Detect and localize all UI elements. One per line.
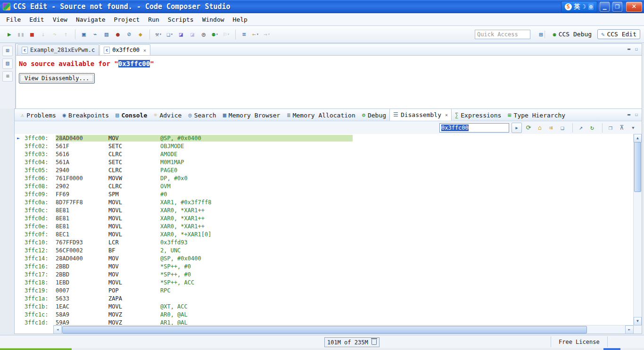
vertical-scrollbar[interactable] [633,134,642,325]
disassembly-row[interactable]: 3ffc10: 767FFD93 LCR 0x3ffd93 [15,238,634,246]
disassembly-row[interactable]: 3ffc09: FF69 SPM #0 [15,190,634,198]
menu-item[interactable]: Help [229,14,252,25]
disassembly-row[interactable]: 3ffc03: 5616 CLRC AMODE [15,150,634,158]
disassembly-row[interactable]: 3ffc08: 2902 CLRC OVM [15,182,634,190]
menu-item[interactable]: Edit [25,14,48,25]
maximize-view-icon[interactable] [635,46,638,51]
panel-tab[interactable]: ☼ Advice [150,109,185,121]
editor-tab[interactable]: c Example_281xEvPwm.c [17,44,99,55]
garbage-collect-icon[interactable] [372,340,377,345]
fast-view-icon[interactable]: ≡ [2,71,13,82]
ime-toolbox-icon[interactable]: ⚙ [588,3,594,10]
disassembly-row[interactable]: 3ffc0d: 8E81 MOVL XAR0, *XAR1++ [15,214,634,222]
disassembly-tool-button[interactable]: ❐ [602,123,615,133]
sogou-logo-icon[interactable]: S [565,3,572,10]
maximize-button[interactable] [612,2,622,12]
disassembly-tool-button[interactable]: ⌂ [535,123,545,133]
disassembly-row[interactable]: 3ffc1c: 58A9 MOVZ AR0, @AL [15,310,634,318]
minimize-view-icon[interactable] [627,112,630,117]
scroll-right-icon[interactable] [625,325,634,334]
editor-tab[interactable]: c 0x3ffc00 [99,44,150,55]
fast-view-icon[interactable]: ▤ [2,58,13,69]
toolbar-button[interactable]: ⚐ [221,29,231,40]
disassembly-row[interactable]: 3ffc18: 1EBD MOVL *SP++, ACC [15,278,634,286]
toolbar-button[interactable]: ↑ [61,29,71,40]
toolbar-button[interactable]: ⚉ [210,29,220,40]
scroll-left-icon[interactable] [53,325,62,334]
disassembly-row[interactable]: 3ffc16: 2BBD MOV *SP++, #0 [15,262,634,270]
menu-item[interactable]: Project [110,14,144,25]
perspective-button[interactable]: ⚉ CCS Debug [549,29,595,39]
disassembly-row[interactable]: 3ffc0e: 8E81 MOVL XAR0, *XAR1++ [15,222,634,230]
disassembly-row[interactable]: 3ffc12: 56CF0002 BF 2, UNC [15,246,634,254]
minimize-button[interactable] [600,2,610,12]
close-button[interactable] [626,2,642,12]
panel-tab[interactable]: ◉ Breakpoints [59,109,112,121]
disassembly-tool-button[interactable]: ⟳ [524,123,533,133]
toolbar-button[interactable]: ⊘ [124,29,134,40]
disassembly-tool-button[interactable]: ▾ [628,123,638,133]
maximize-view-icon[interactable] [635,112,638,117]
panel-tab[interactable]: ⊞ Type Hierarchy [504,109,569,121]
panel-tab[interactable]: ◎ Search [185,109,219,121]
scroll-up-icon[interactable] [634,134,642,142]
disassembly-row[interactable]: 3ffc17: 2BBD MOV *SP++, #0 [15,270,634,278]
toolbar-button[interactable]: ⌁ [90,29,100,40]
toolbar-button[interactable]: ⚒ [149,29,164,40]
close-icon[interactable] [445,112,448,117]
ime-language-label[interactable]: 英 [574,2,580,11]
disassembly-row[interactable]: 3ffc04: 561A SETC M0M1MAP [15,158,634,166]
disassembly-row[interactable]: 3ffc00: 28AD0400 MOV @SP, #0x0400 [15,134,634,142]
disassembly-row[interactable]: 3ffc02: 561F SETC OBJMODE [15,142,634,150]
disassembly-row[interactable]: 3ffc0f: 8EC1 MOVL XAR0, *+XAR1[0] [15,230,634,238]
toolbar-button[interactable]: ■ [27,29,37,40]
toolbar-button[interactable]: ◎ [198,29,209,40]
panel-tab[interactable]: ⚠ Problems [17,109,59,121]
menu-item[interactable]: View [49,14,72,25]
disassembly-row[interactable]: 3ffc05: 2940 CLRC PAGE0 [15,166,634,174]
toolbar-button[interactable]: ▶ [4,29,15,40]
disassembly-row[interactable]: 3ffc0c: 8E81 MOVL XAR0, *XAR1++ [15,206,634,214]
toolbar-button[interactable]: ▤ [101,29,112,40]
quick-access-input[interactable] [475,30,530,39]
toolbar-button[interactable]: ▣ [75,29,89,40]
toolbar-button[interactable]: ❏ [165,29,175,40]
open-perspective-icon[interactable]: ⊞ [537,31,545,38]
scroll-down-icon[interactable] [634,317,642,325]
menu-item[interactable]: File [2,14,25,25]
disassembly-row[interactable]: 3ffc1b: 1EAC MOVL @XT, ACC [15,302,634,310]
disassembly-row[interactable]: 3ffc0a: 8D7F7FF8 MOVL XAR1, #0x3f7ff8 [15,198,634,206]
panel-tab[interactable]: ∑ Expressions [452,109,504,121]
menu-item[interactable]: Navigate [72,14,110,25]
ime-language-bar[interactable]: S 英 ☽ ⚙ [561,1,597,12]
toolbar-button[interactable]: ≡ [235,29,249,40]
heap-status-widget[interactable]: 101M of 235M [324,337,380,347]
view-disassembly-button[interactable]: View Disassembly... [19,73,95,83]
toolbar-button[interactable]: ● [113,29,123,40]
toolbar-button[interactable]: ↷ [50,29,60,40]
disassembly-tool-button[interactable]: ↗ [572,123,586,133]
toolbar-button[interactable]: ◪ [187,29,198,40]
horizontal-scrollbar[interactable] [53,325,634,333]
disassembly-tool-button[interactable]: ⊼ [617,123,627,133]
disassembly-row[interactable]: 3ffc14: 28AD0400 MOV @SP, #0x0400 [15,254,634,262]
panel-tab[interactable]: ▤ Console [112,109,150,121]
disassembly-tool-button[interactable]: ↻ [587,123,597,133]
disassembly-row[interactable]: 3ffc06: 761F0000 MOVW DP, #0x0 [15,174,634,182]
close-icon[interactable] [143,48,146,53]
menu-item[interactable]: Window [198,14,229,25]
scrollbar-thumb[interactable] [62,326,587,333]
panel-tab[interactable]: ▦ Memory Browser [220,109,284,121]
toolbar-button[interactable]: → [262,29,272,40]
panel-tab[interactable]: ⚙ Debug [359,109,389,121]
disassembly-tool-button[interactable]: ❏ [558,123,567,133]
toolbar-button[interactable]: ↓ [38,29,49,40]
perspective-button[interactable]: ✎ CCS Edit [597,29,640,39]
disassembly-tool-button[interactable]: ▸ [512,123,522,133]
minimize-view-icon[interactable] [627,46,630,51]
address-input[interactable]: 0x3ffc00 [439,123,509,133]
toolbar-button[interactable]: ◪ [176,29,186,40]
ime-mode-icon[interactable]: ☽ [583,3,586,10]
panel-tab[interactable]: ☰ Disassembly [389,108,452,121]
disassembly-row[interactable]: 3ffc1a: 5633 ZAPA [15,294,634,302]
